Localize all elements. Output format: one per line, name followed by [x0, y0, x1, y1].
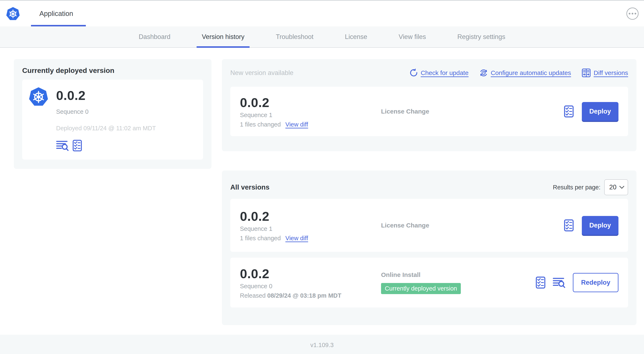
deployed-version-number: 0.0.2: [56, 88, 156, 103]
console-version: v1.109.3: [310, 342, 334, 348]
version-row: 0.0.2 Sequence 0 Released 08/29/24 @ 03:…: [230, 258, 628, 307]
refresh-icon: [409, 69, 418, 77]
currently-deployed-badge: Currently deployed version: [381, 283, 461, 294]
all-versions-title: All versions: [230, 183, 270, 191]
view-diff-link[interactable]: View diff: [285, 121, 308, 128]
app-title-tab[interactable]: Application: [39, 10, 73, 18]
version-sequence: Sequence 1: [240, 112, 381, 119]
redeploy-button[interactable]: Redeploy: [573, 273, 618, 292]
version-source: License Change: [381, 222, 564, 229]
tab-dashboard[interactable]: Dashboard: [133, 26, 176, 47]
preflight-checks-icon[interactable]: [536, 276, 546, 289]
version-number: 0.0.2: [240, 266, 381, 281]
deploy-button[interactable]: Deploy: [582, 102, 618, 121]
kubernetes-logo-icon: [6, 6, 20, 21]
all-versions-panel: All versions Results per page: 20: [222, 171, 636, 325]
deploy-logs-icon[interactable]: [56, 140, 69, 151]
new-version-title: New version available: [230, 69, 294, 77]
tab-view-files[interactable]: View files: [394, 26, 431, 47]
diff-versions-action[interactable]: Diff versions: [582, 69, 628, 77]
currently-deployed-panel: Currently deployed version 0.0.2 Sequenc…: [14, 59, 212, 169]
tab-registry-settings[interactable]: Registry settings: [452, 26, 510, 47]
configure-automatic-updates-action[interactable]: Configure automatic updates: [480, 69, 571, 77]
scheduled-update-icon: [480, 69, 488, 77]
preflight-checks-icon[interactable]: [564, 219, 574, 231]
kubernetes-logo-icon: [28, 86, 48, 107]
diff-icon: [582, 69, 590, 77]
version-source: Online Install: [381, 271, 536, 278]
tab-version-history[interactable]: Version history: [196, 26, 250, 47]
version-number: 0.0.2: [240, 95, 381, 110]
version-released-timestamp: Released 08/29/24 @ 03:18 pm MDT: [240, 292, 381, 299]
app-footer: v1.109.3: [0, 335, 644, 354]
view-diff-link[interactable]: View diff: [285, 235, 308, 242]
currently-deployed-card: 0.0.2 Sequence 0 Deployed 09/11/24 @ 11:…: [22, 80, 203, 160]
version-number: 0.0.2: [240, 209, 381, 224]
preflight-checks-icon[interactable]: [564, 105, 574, 118]
subnav: Dashboard Version history Troubleshoot L…: [0, 26, 644, 48]
version-row: 0.0.2 Sequence 1 1 files changed View di…: [230, 199, 628, 252]
tab-license[interactable]: License: [340, 26, 372, 47]
files-changed-label: 1 files changed: [240, 121, 281, 128]
app-header: Application: [0, 1, 644, 26]
check-for-update-action[interactable]: Check for update: [409, 69, 468, 77]
deployed-timestamp: Deployed 09/11/24 @ 11:02 am MDT: [56, 125, 156, 132]
version-sequence: Sequence 0: [240, 283, 381, 290]
kots-admin-console: Application Dashboard Version history Tr…: [0, 0, 644, 354]
app-tab-active-underline: [31, 25, 86, 26]
tab-troubleshoot[interactable]: Troubleshoot: [270, 26, 319, 47]
new-version-panel: New version available Check for update: [222, 59, 636, 151]
files-changed-label: 1 files changed: [240, 235, 281, 242]
main-content: Currently deployed version 0.0.2 Sequenc…: [0, 48, 644, 335]
new-version-row: 0.0.2 Sequence 1 1 files changed View di…: [230, 87, 628, 136]
currently-deployed-title: Currently deployed version: [22, 66, 203, 75]
chevron-down-icon: [619, 186, 624, 189]
deployed-sequence: Sequence 0: [56, 108, 156, 115]
results-per-page-select[interactable]: 20: [604, 179, 628, 195]
version-source: License Change: [381, 108, 564, 115]
results-per-page-label: Results per page:: [553, 184, 600, 191]
ellipsis-menu-button[interactable]: [626, 8, 638, 20]
version-sequence: Sequence 1: [240, 225, 381, 232]
version-history-column: New version available Check for update: [222, 59, 636, 325]
deploy-button[interactable]: Deploy: [582, 216, 618, 235]
deploy-logs-icon[interactable]: [553, 277, 566, 288]
preflight-checks-icon[interactable]: [72, 140, 82, 151]
